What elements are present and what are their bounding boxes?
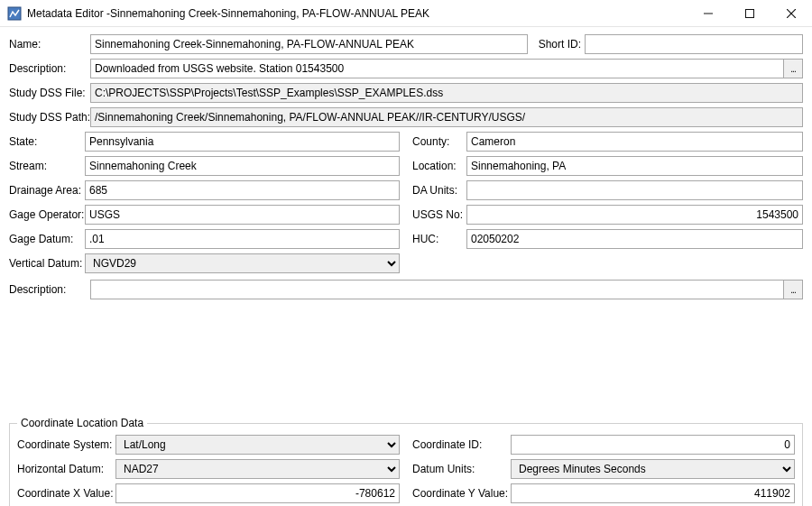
gage-operator-label: Gage Operator: bbox=[9, 208, 81, 221]
datum-units-label: Datum Units: bbox=[412, 463, 507, 475]
stream-field[interactable] bbox=[85, 156, 400, 176]
coord-y-field[interactable] bbox=[511, 483, 795, 503]
datum-units-select[interactable]: Degrees Minutes Seconds bbox=[511, 459, 795, 479]
study-dss-file-field bbox=[90, 83, 803, 103]
spacer bbox=[9, 304, 803, 417]
drainage-area-field[interactable] bbox=[85, 180, 400, 200]
da-units-label: DA Units: bbox=[412, 184, 463, 197]
ellipsis-icon: ... bbox=[790, 285, 795, 295]
horiz-datum-label: Horizontal Datum: bbox=[17, 463, 112, 475]
coord-x-field[interactable] bbox=[115, 483, 400, 503]
huc-label: HUC: bbox=[412, 233, 463, 245]
description2-expand-button[interactable]: ... bbox=[783, 280, 803, 299]
gage-datum-label: Gage Datum: bbox=[9, 233, 81, 245]
short-id-field[interactable] bbox=[585, 34, 803, 54]
stream-label: Stream: bbox=[9, 160, 81, 172]
coord-system-select[interactable]: Lat/Long bbox=[115, 435, 400, 455]
coord-system-label: Coordinate System: bbox=[17, 438, 112, 451]
location-label: Location: bbox=[412, 160, 463, 172]
titlebar: Metadata Editor -Sinnemahoning Creek-Sin… bbox=[0, 0, 812, 27]
coord-x-label: Coordinate X Value: bbox=[17, 487, 112, 500]
state-field[interactable] bbox=[85, 132, 400, 152]
app-icon bbox=[7, 6, 22, 21]
description-field[interactable] bbox=[90, 59, 783, 78]
description-label: Description: bbox=[9, 62, 87, 75]
gage-datum-field[interactable] bbox=[85, 229, 400, 249]
coord-id-field[interactable] bbox=[511, 435, 795, 455]
description-expand-button[interactable]: ... bbox=[783, 59, 803, 78]
description2-label: Description: bbox=[9, 283, 87, 296]
description2-field[interactable] bbox=[90, 280, 783, 299]
drainage-area-label: Drainage Area: bbox=[9, 184, 81, 197]
maximize-button[interactable] bbox=[729, 0, 770, 27]
huc-field[interactable] bbox=[466, 229, 803, 249]
coordinate-group: Coordinate Location Data Coordinate Syst… bbox=[9, 417, 803, 506]
window-title: Metadata Editor -Sinnemahoning Creek-Sin… bbox=[27, 7, 429, 20]
close-button[interactable] bbox=[770, 0, 812, 27]
name-field[interactable] bbox=[90, 34, 528, 54]
usgs-no-label: USGS No: bbox=[412, 208, 463, 221]
name-label: Name: bbox=[9, 38, 87, 51]
study-dss-path-label: Study DSS Path: bbox=[9, 111, 87, 124]
state-label: State: bbox=[9, 135, 81, 148]
usgs-no-field[interactable] bbox=[466, 205, 803, 225]
study-dss-path-field bbox=[90, 107, 803, 127]
county-label: County: bbox=[412, 135, 463, 148]
form-content: Name: Short ID: Description: ... Study D… bbox=[0, 27, 812, 506]
gage-operator-field[interactable] bbox=[85, 205, 400, 225]
svg-rect-2 bbox=[746, 9, 754, 17]
county-field[interactable] bbox=[466, 132, 803, 152]
vertical-datum-label: Vertical Datum: bbox=[9, 257, 81, 270]
coord-id-label: Coordinate ID: bbox=[412, 438, 507, 451]
horiz-datum-select[interactable]: NAD27 bbox=[115, 459, 400, 479]
da-units-field[interactable] bbox=[466, 180, 803, 200]
minimize-button[interactable] bbox=[687, 0, 729, 27]
location-field[interactable] bbox=[466, 156, 803, 176]
short-id-label: Short ID: bbox=[539, 38, 581, 51]
vertical-datum-select[interactable]: NGVD29 bbox=[85, 253, 400, 273]
coord-y-label: Coordinate Y Value: bbox=[412, 487, 507, 500]
ellipsis-icon: ... bbox=[790, 64, 795, 74]
coordinate-group-title: Coordinate Location Data bbox=[17, 417, 147, 429]
study-dss-file-label: Study DSS File: bbox=[9, 87, 87, 99]
